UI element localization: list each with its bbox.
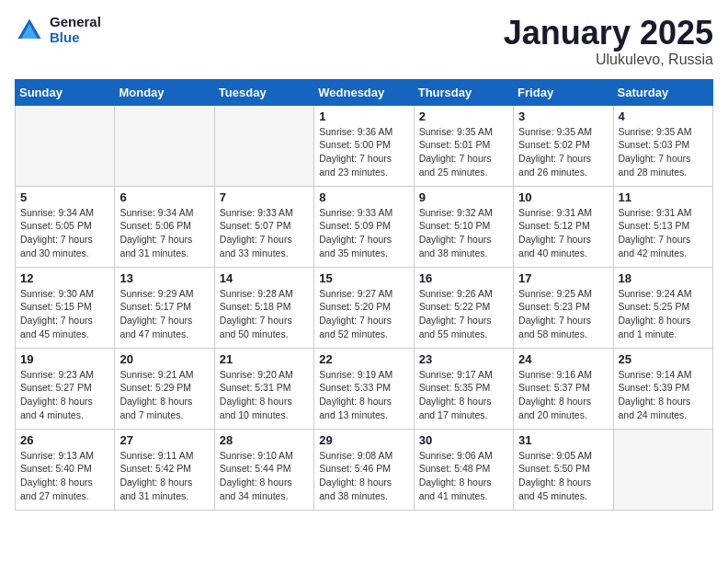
calendar-cell xyxy=(115,105,214,186)
calendar-cell: 11Sunrise: 9:31 AM Sunset: 5:13 PM Dayli… xyxy=(613,186,712,267)
day-info: Sunrise: 9:08 AM Sunset: 5:46 PM Dayligh… xyxy=(319,449,408,503)
week-row: 1Sunrise: 9:36 AM Sunset: 5:00 PM Daylig… xyxy=(16,105,713,186)
day-number: 4 xyxy=(619,109,708,123)
calendar-cell: 20Sunrise: 9:21 AM Sunset: 5:29 PM Dayli… xyxy=(115,348,214,429)
day-number: 16 xyxy=(419,271,508,285)
calendar-cell: 27Sunrise: 9:11 AM Sunset: 5:42 PM Dayli… xyxy=(115,429,214,510)
week-row: 5Sunrise: 9:34 AM Sunset: 5:05 PM Daylig… xyxy=(16,186,713,267)
calendar-cell: 30Sunrise: 9:06 AM Sunset: 5:48 PM Dayli… xyxy=(414,429,513,510)
day-number: 19 xyxy=(20,352,109,366)
day-info: Sunrise: 9:33 AM Sunset: 5:07 PM Dayligh… xyxy=(220,206,309,260)
weekday-header: Sunday xyxy=(16,79,115,105)
day-number: 21 xyxy=(220,352,309,366)
day-info: Sunrise: 9:23 AM Sunset: 5:27 PM Dayligh… xyxy=(20,368,109,422)
calendar-cell: 15Sunrise: 9:27 AM Sunset: 5:20 PM Dayli… xyxy=(314,267,414,348)
day-info: Sunrise: 9:31 AM Sunset: 5:12 PM Dayligh… xyxy=(518,206,608,260)
day-info: Sunrise: 9:34 AM Sunset: 5:06 PM Dayligh… xyxy=(119,206,209,260)
calendar-cell: 19Sunrise: 9:23 AM Sunset: 5:27 PM Dayli… xyxy=(16,348,115,429)
calendar-cell: 25Sunrise: 9:14 AM Sunset: 5:39 PM Dayli… xyxy=(613,348,712,429)
day-info: Sunrise: 9:17 AM Sunset: 5:35 PM Dayligh… xyxy=(419,368,508,422)
weekday-header-row: SundayMondayTuesdayWednesdayThursdayFrid… xyxy=(16,79,713,105)
logo-icon xyxy=(15,16,44,45)
weekday-header: Thursday xyxy=(414,79,513,105)
day-number: 2 xyxy=(419,109,508,123)
day-number: 13 xyxy=(119,271,209,285)
day-info: Sunrise: 9:36 AM Sunset: 5:00 PM Dayligh… xyxy=(319,125,408,179)
day-info: Sunrise: 9:11 AM Sunset: 5:42 PM Dayligh… xyxy=(119,449,209,503)
page-header: General Blue January 2025 Ulukulevo, Rus… xyxy=(15,15,713,68)
day-number: 1 xyxy=(319,109,408,123)
day-info: Sunrise: 9:34 AM Sunset: 5:05 PM Dayligh… xyxy=(20,206,109,260)
day-number: 15 xyxy=(319,271,408,285)
calendar-cell: 8Sunrise: 9:33 AM Sunset: 5:09 PM Daylig… xyxy=(314,186,414,267)
day-number: 3 xyxy=(518,109,608,123)
day-number: 18 xyxy=(619,271,708,285)
calendar-cell: 16Sunrise: 9:26 AM Sunset: 5:22 PM Dayli… xyxy=(414,267,513,348)
weekday-header: Friday xyxy=(514,79,613,105)
day-info: Sunrise: 9:19 AM Sunset: 5:33 PM Dayligh… xyxy=(319,368,408,422)
day-number: 8 xyxy=(319,190,408,204)
week-row: 19Sunrise: 9:23 AM Sunset: 5:27 PM Dayli… xyxy=(16,348,713,429)
month-title: January 2025 xyxy=(504,15,713,52)
day-info: Sunrise: 9:25 AM Sunset: 5:23 PM Dayligh… xyxy=(518,287,608,341)
calendar-cell: 21Sunrise: 9:20 AM Sunset: 5:31 PM Dayli… xyxy=(214,348,313,429)
day-number: 29 xyxy=(319,433,408,447)
calendar-cell: 7Sunrise: 9:33 AM Sunset: 5:07 PM Daylig… xyxy=(214,186,313,267)
weekday-header: Monday xyxy=(115,79,214,105)
calendar-cell: 17Sunrise: 9:25 AM Sunset: 5:23 PM Dayli… xyxy=(514,267,613,348)
day-number: 28 xyxy=(220,433,309,447)
day-info: Sunrise: 9:10 AM Sunset: 5:44 PM Dayligh… xyxy=(220,449,309,503)
day-info: Sunrise: 9:29 AM Sunset: 5:17 PM Dayligh… xyxy=(119,287,209,341)
calendar-cell: 22Sunrise: 9:19 AM Sunset: 5:33 PM Dayli… xyxy=(314,348,414,429)
logo: General Blue xyxy=(15,15,101,45)
calendar-table: SundayMondayTuesdayWednesdayThursdayFrid… xyxy=(15,79,713,511)
day-number: 14 xyxy=(220,271,309,285)
calendar-cell: 9Sunrise: 9:32 AM Sunset: 5:10 PM Daylig… xyxy=(414,186,513,267)
calendar-cell: 3Sunrise: 9:35 AM Sunset: 5:02 PM Daylig… xyxy=(514,105,613,186)
weekday-header: Wednesday xyxy=(314,79,414,105)
logo-blue: Blue xyxy=(50,30,101,46)
day-number: 22 xyxy=(319,352,408,366)
day-info: Sunrise: 9:14 AM Sunset: 5:39 PM Dayligh… xyxy=(619,368,708,422)
calendar-cell: 12Sunrise: 9:30 AM Sunset: 5:15 PM Dayli… xyxy=(16,267,115,348)
logo-text: General Blue xyxy=(50,15,101,45)
day-number: 11 xyxy=(619,190,708,204)
week-row: 26Sunrise: 9:13 AM Sunset: 5:40 PM Dayli… xyxy=(16,429,713,510)
calendar-cell: 6Sunrise: 9:34 AM Sunset: 5:06 PM Daylig… xyxy=(115,186,214,267)
day-info: Sunrise: 9:32 AM Sunset: 5:10 PM Dayligh… xyxy=(419,206,508,260)
day-info: Sunrise: 9:35 AM Sunset: 5:01 PM Dayligh… xyxy=(419,125,508,179)
day-info: Sunrise: 9:35 AM Sunset: 5:03 PM Dayligh… xyxy=(619,125,708,179)
day-info: Sunrise: 9:33 AM Sunset: 5:09 PM Dayligh… xyxy=(319,206,408,260)
weekday-header: Tuesday xyxy=(214,79,313,105)
calendar-cell: 23Sunrise: 9:17 AM Sunset: 5:35 PM Dayli… xyxy=(414,348,513,429)
location-title: Ulukulevo, Russia xyxy=(504,52,713,68)
day-number: 23 xyxy=(419,352,508,366)
day-info: Sunrise: 9:06 AM Sunset: 5:48 PM Dayligh… xyxy=(419,449,508,503)
day-number: 31 xyxy=(518,433,608,447)
day-number: 26 xyxy=(20,433,109,447)
calendar-cell xyxy=(613,429,712,510)
calendar-cell: 10Sunrise: 9:31 AM Sunset: 5:12 PM Dayli… xyxy=(514,186,613,267)
calendar-cell xyxy=(214,105,313,186)
day-info: Sunrise: 9:27 AM Sunset: 5:20 PM Dayligh… xyxy=(319,287,408,341)
calendar-cell: 18Sunrise: 9:24 AM Sunset: 5:25 PM Dayli… xyxy=(613,267,712,348)
calendar-cell: 4Sunrise: 9:35 AM Sunset: 5:03 PM Daylig… xyxy=(613,105,712,186)
day-number: 27 xyxy=(119,433,209,447)
calendar-cell: 31Sunrise: 9:05 AM Sunset: 5:50 PM Dayli… xyxy=(514,429,613,510)
day-number: 20 xyxy=(119,352,209,366)
logo-general: General xyxy=(50,15,101,30)
day-info: Sunrise: 9:30 AM Sunset: 5:15 PM Dayligh… xyxy=(20,287,109,341)
calendar-cell: 29Sunrise: 9:08 AM Sunset: 5:46 PM Dayli… xyxy=(314,429,414,510)
calendar-cell: 2Sunrise: 9:35 AM Sunset: 5:01 PM Daylig… xyxy=(414,105,513,186)
day-number: 10 xyxy=(518,190,608,204)
weekday-header: Saturday xyxy=(613,79,712,105)
calendar-cell: 1Sunrise: 9:36 AM Sunset: 5:00 PM Daylig… xyxy=(314,105,414,186)
day-number: 5 xyxy=(20,190,109,204)
day-info: Sunrise: 9:05 AM Sunset: 5:50 PM Dayligh… xyxy=(518,449,608,503)
calendar-cell: 13Sunrise: 9:29 AM Sunset: 5:17 PM Dayli… xyxy=(115,267,214,348)
day-info: Sunrise: 9:13 AM Sunset: 5:40 PM Dayligh… xyxy=(20,449,109,503)
week-row: 12Sunrise: 9:30 AM Sunset: 5:15 PM Dayli… xyxy=(16,267,713,348)
day-info: Sunrise: 9:26 AM Sunset: 5:22 PM Dayligh… xyxy=(419,287,508,341)
title-section: January 2025 Ulukulevo, Russia xyxy=(504,15,713,68)
day-number: 17 xyxy=(518,271,608,285)
